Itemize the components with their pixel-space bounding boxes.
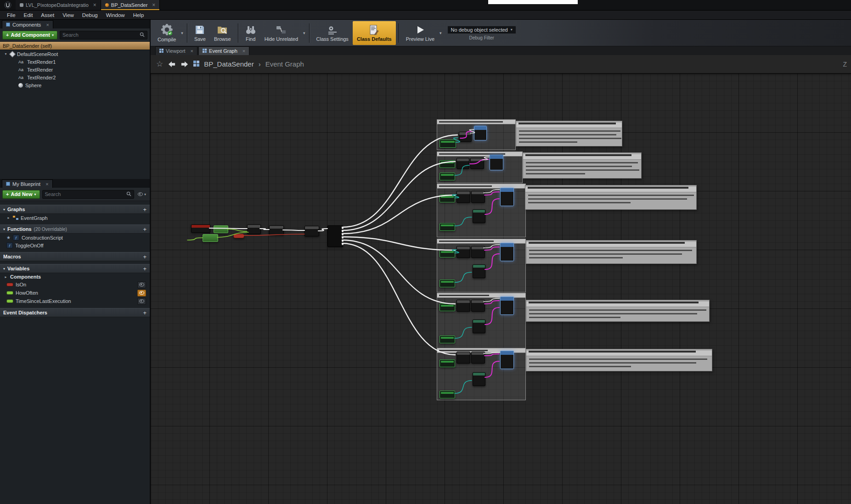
- list-item-timesincelastexecution[interactable]: TimeSinceLastExecution: [0, 297, 150, 305]
- list-item-constructionscript[interactable]: ★ƒConstructionScript: [0, 234, 150, 241]
- compile-button[interactable]: Compile: [153, 21, 180, 45]
- bp-node-func[interactable]: [471, 246, 485, 258]
- bp-node-get[interactable]: [440, 195, 455, 202]
- bp-node-func[interactable]: [247, 224, 261, 234]
- back-arrow-button[interactable]: [168, 61, 176, 68]
- add-event-dispatchers-button[interactable]: +: [143, 309, 147, 316]
- bp-node-func[interactable]: [459, 132, 472, 142]
- bp-node-func[interactable]: [456, 191, 470, 203]
- close-icon[interactable]: ×: [152, 2, 155, 8]
- section-header-macros[interactable]: Macros+: [0, 252, 150, 261]
- bp-node-mid[interactable]: [473, 319, 485, 333]
- section-expander-icon[interactable]: ▾: [3, 267, 5, 271]
- close-icon[interactable]: ×: [46, 22, 49, 28]
- debug-object-select[interactable]: No debug object selected ▾: [447, 26, 516, 34]
- bp-node-get[interactable]: [440, 359, 455, 367]
- bp-node-get[interactable]: [440, 173, 455, 180]
- visibility-eye-icon[interactable]: [137, 290, 146, 297]
- expander-icon[interactable]: ▸: [4, 275, 8, 279]
- favorite-star-icon[interactable]: ☆: [156, 59, 163, 69]
- class-defaults-button[interactable]: Class Defaults: [353, 21, 396, 45]
- asset-tab-level[interactable]: LVL_PixotopeDataIntegratio ×: [16, 0, 101, 10]
- section-header-functions[interactable]: ▾Functions(20 Overridable)+: [0, 224, 150, 234]
- add-functions-button[interactable]: +: [143, 226, 147, 233]
- unreal-logo[interactable]: [0, 0, 16, 10]
- bp-node-func[interactable]: [456, 300, 470, 312]
- asset-tab-bp-datasender[interactable]: BP_DataSender ×: [101, 0, 160, 10]
- comment-node-2[interactable]: [523, 152, 642, 179]
- bp-node-get[interactable]: [440, 280, 455, 287]
- bp-node-pure[interactable]: [214, 225, 228, 233]
- self-row[interactable]: BP_DataSender (self): [0, 42, 150, 50]
- components-search-input[interactable]: Search: [60, 31, 147, 39]
- menu-asset[interactable]: Asset: [37, 12, 58, 18]
- comment-node-1[interactable]: [516, 121, 622, 146]
- comment-node-5[interactable]: [526, 300, 710, 322]
- bp-node-pure[interactable]: [203, 234, 218, 242]
- visibility-eye-icon[interactable]: [137, 281, 146, 288]
- node-cluster-4[interactable]: [437, 239, 526, 292]
- class-settings-button[interactable]: Class Settings: [312, 21, 353, 45]
- bp-node-func[interactable]: [269, 225, 284, 235]
- bp-node-mid[interactable]: [473, 264, 485, 278]
- browse-button[interactable]: Browse: [210, 21, 235, 45]
- bp-node-get[interactable]: [440, 140, 456, 148]
- expander-icon[interactable]: ▸: [6, 216, 11, 220]
- preview-live-caret[interactable]: ▾: [440, 31, 442, 35]
- bp-node-pill[interactable]: [233, 234, 244, 238]
- variables-group-components[interactable]: ▸Components: [0, 273, 150, 280]
- node-cluster-5[interactable]: [437, 293, 526, 348]
- list-item-howoften[interactable]: HowOften: [0, 289, 150, 297]
- bp-node-mid[interactable]: [473, 209, 485, 223]
- component-tree-item-textrender[interactable]: AaTextRender: [0, 66, 150, 73]
- section-expander-icon[interactable]: ▾: [3, 207, 5, 212]
- bp-node-func[interactable]: [456, 246, 470, 258]
- hide-unrelated-button[interactable]: Hide Unrelated: [260, 21, 302, 45]
- add-variables-button[interactable]: +: [143, 265, 147, 272]
- bp-node-target[interactable]: [500, 188, 514, 206]
- add-component-button[interactable]: + Add Component ▾: [2, 31, 57, 39]
- tab-event-graph[interactable]: Event Graph ×: [198, 46, 249, 55]
- menu-view[interactable]: View: [58, 12, 78, 18]
- tab-my-blueprint[interactable]: My Blueprint ×: [2, 179, 53, 188]
- add-graphs-button[interactable]: +: [143, 206, 147, 213]
- section-header-variables[interactable]: ▾Variables+: [0, 264, 150, 273]
- menu-help[interactable]: Help: [129, 12, 148, 18]
- bp-node-get[interactable]: [440, 303, 455, 311]
- menu-debug[interactable]: Debug: [78, 12, 102, 18]
- close-icon[interactable]: ×: [93, 2, 96, 8]
- bp-node-get[interactable]: [440, 223, 455, 231]
- breadcrumb-asset[interactable]: BP_DataSender: [204, 60, 254, 68]
- component-tree-item-sphere[interactable]: Sphere: [0, 81, 150, 89]
- bp-node-target[interactable]: [500, 351, 514, 369]
- bp-node-func[interactable]: [456, 352, 470, 364]
- visibility-eye-icon[interactable]: [137, 298, 146, 305]
- find-button[interactable]: Find: [241, 21, 260, 45]
- node-cluster-1[interactable]: [437, 119, 516, 150]
- bp-node-mid[interactable]: [473, 372, 485, 386]
- bp-node-func[interactable]: [304, 226, 319, 236]
- expander-icon[interactable]: ▾: [4, 52, 8, 56]
- bp-node-seq[interactable]: [327, 225, 343, 247]
- add-macros-button[interactable]: +: [143, 253, 147, 260]
- list-item-toggleonoff[interactable]: ƒToggleOnOff: [0, 241, 150, 249]
- comment-node-3[interactable]: [525, 185, 697, 210]
- menu-window[interactable]: Window: [102, 12, 129, 18]
- view-options-button[interactable]: ▾: [136, 192, 147, 196]
- comment-node-4[interactable]: [526, 240, 697, 264]
- graph-canvas[interactable]: [151, 73, 851, 504]
- menu-edit[interactable]: Edit: [20, 12, 37, 18]
- bp-node-get[interactable]: [440, 160, 455, 168]
- component-tree-item-defaultsceneroot[interactable]: ▾DefaultSceneRoot: [0, 50, 150, 58]
- node-cluster-3[interactable]: [437, 184, 526, 237]
- section-header-event-dispatchers[interactable]: Event Dispatchers+: [0, 308, 150, 317]
- section-expander-icon[interactable]: ▾: [3, 227, 5, 231]
- section-header-graphs[interactable]: ▾Graphs+: [0, 205, 150, 214]
- component-tree-item-textrender2[interactable]: AaTextRender2: [0, 73, 150, 81]
- forward-arrow-button[interactable]: [180, 61, 189, 68]
- bp-node-func[interactable]: [470, 158, 484, 169]
- bp-node-func[interactable]: [471, 191, 485, 203]
- tab-components[interactable]: Components ×: [2, 20, 53, 28]
- bp-node-target[interactable]: [474, 126, 487, 140]
- preview-live-button[interactable]: Preview Live: [402, 21, 439, 45]
